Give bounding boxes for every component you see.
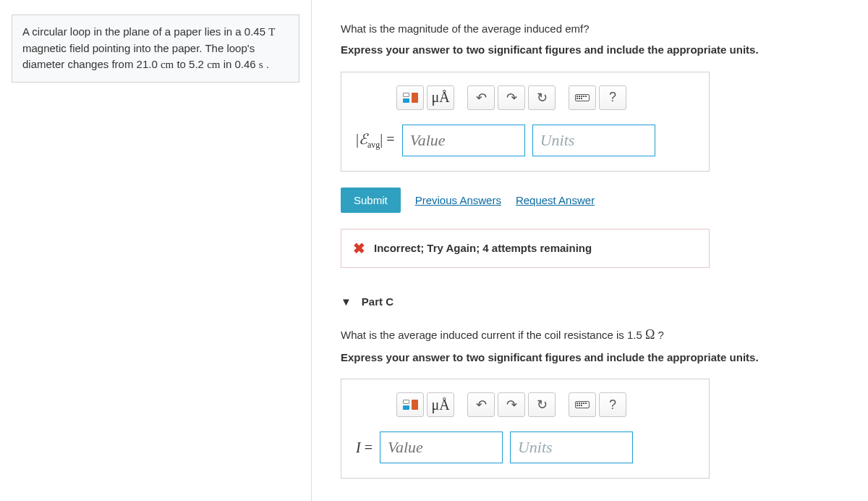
feedback-box: ✖ Incorrect; Try Again; 4 attempts remai…: [341, 229, 710, 268]
reset-button[interactable]: ↻: [528, 85, 556, 110]
partc-title: Part C: [362, 295, 393, 308]
partc-units-input[interactable]: Units: [510, 431, 633, 463]
partb-variable-label: |ℰavg| =: [356, 130, 395, 151]
keyboard-button[interactable]: [569, 85, 596, 110]
reset-icon: ↻: [537, 397, 548, 413]
reset-icon: ↻: [537, 90, 548, 106]
keyboard-icon: [575, 401, 590, 408]
redo-button[interactable]: ↷: [498, 85, 525, 110]
partc-question: What is the average induced current if t…: [341, 326, 856, 344]
redo-button[interactable]: ↷: [498, 392, 525, 417]
undo-icon: ↶: [476, 90, 487, 106]
undo-button[interactable]: ↶: [467, 392, 495, 417]
undo-icon: ↶: [476, 397, 487, 413]
partb-value-input[interactable]: [402, 125, 525, 156]
partb-toolbar: μÅ ↶ ↷ ↻ ?: [396, 84, 694, 111]
incorrect-icon: ✖: [353, 240, 365, 257]
partc-collapse-toggle[interactable]: ▼: [341, 295, 352, 308]
ohm-symbol: Ω: [645, 327, 655, 342]
redo-icon: ↷: [506, 90, 517, 106]
problem-statement: A circular loop in the plane of a paper …: [12, 14, 299, 83]
problem-text: A circular loop in the plane of a paper …: [22, 25, 268, 38]
partc-value-input[interactable]: [380, 431, 503, 463]
help-button[interactable]: ?: [599, 85, 626, 110]
previous-answers-link[interactable]: Previous Answers: [415, 194, 501, 206]
partc-toolbar: μÅ ↶ ↷ ↻ ?: [396, 391, 694, 418]
templates-button[interactable]: [396, 85, 424, 110]
request-answer-link[interactable]: Request Answer: [516, 194, 595, 206]
undo-button[interactable]: ↶: [467, 85, 495, 110]
submit-button[interactable]: Submit: [341, 188, 401, 213]
units-button[interactable]: μÅ: [427, 392, 454, 417]
templates-icon: [403, 93, 418, 103]
partb-question: What is the magnitude of the average ind…: [341, 21, 856, 36]
partc-instruction: Express your answer to two significant f…: [341, 350, 856, 366]
partb-units-input[interactable]: Units: [532, 125, 655, 156]
help-button[interactable]: ?: [599, 392, 626, 417]
var-T: T: [268, 26, 275, 38]
templates-icon: [403, 400, 418, 410]
partc-answer-frame: μÅ ↶ ↷ ↻ ? I = Units: [341, 379, 710, 479]
feedback-text: Incorrect; Try Again; 4 attempts remaini…: [374, 242, 592, 254]
partb-answer-frame: μÅ ↶ ↷ ↻ ? |ℰavg| = Units: [341, 72, 710, 172]
keyboard-icon: [575, 94, 590, 101]
partc-variable-label: I =: [356, 439, 373, 456]
units-button[interactable]: μÅ: [427, 85, 454, 110]
keyboard-button[interactable]: [569, 392, 596, 417]
unit-cm: cm: [207, 59, 220, 70]
redo-icon: ↷: [506, 397, 517, 413]
partb-instruction: Express your answer to two significant f…: [341, 42, 856, 59]
templates-button[interactable]: [396, 392, 424, 417]
unit-cm: cm: [161, 59, 174, 70]
reset-button[interactable]: ↻: [528, 392, 556, 417]
